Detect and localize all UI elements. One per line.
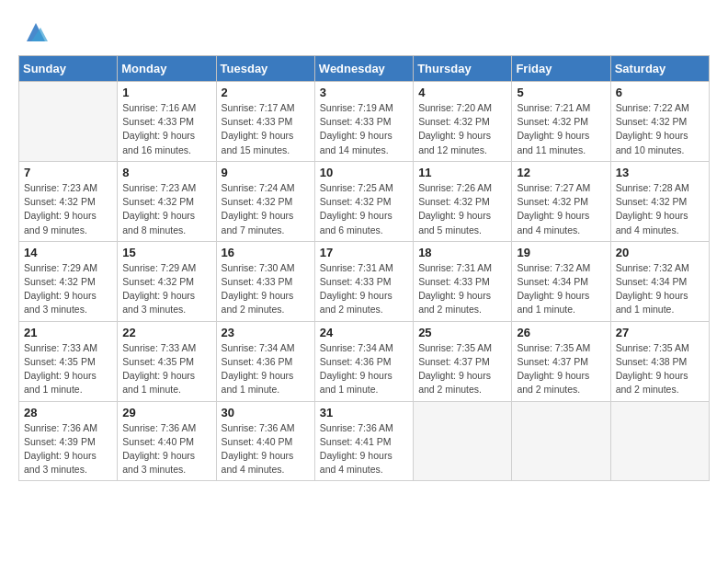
calendar-cell: 11Sunrise: 7:26 AM Sunset: 4:32 PM Dayli…	[414, 161, 512, 241]
day-info: Sunrise: 7:35 AM Sunset: 4:37 PM Dayligh…	[517, 341, 605, 397]
day-info: Sunrise: 7:32 AM Sunset: 4:34 PM Dayligh…	[616, 261, 704, 317]
day-number: 30	[222, 406, 310, 419]
page-header	[18, 18, 710, 46]
day-number: 22	[122, 326, 210, 339]
day-info: Sunrise: 7:27 AM Sunset: 4:32 PM Dayligh…	[517, 181, 605, 237]
calendar-cell: 3Sunrise: 7:19 AM Sunset: 4:33 PM Daylig…	[314, 82, 413, 162]
day-number: 23	[222, 326, 310, 339]
day-info: Sunrise: 7:22 AM Sunset: 4:32 PM Dayligh…	[616, 101, 704, 157]
day-number: 13	[616, 166, 704, 179]
calendar-cell: 24Sunrise: 7:34 AM Sunset: 4:36 PM Dayli…	[314, 321, 413, 401]
header-thursday: Thursday	[414, 56, 512, 82]
calendar-table: SundayMondayTuesdayWednesdayThursdayFrid…	[18, 55, 710, 481]
calendar-cell: 14Sunrise: 7:29 AM Sunset: 4:32 PM Dayli…	[19, 241, 118, 321]
day-number: 5	[517, 86, 605, 99]
day-number: 15	[122, 246, 210, 259]
day-info: Sunrise: 7:31 AM Sunset: 4:33 PM Dayligh…	[418, 261, 506, 317]
day-number: 28	[24, 406, 112, 419]
day-info: Sunrise: 7:36 AM Sunset: 4:41 PM Dayligh…	[320, 421, 408, 477]
day-info: Sunrise: 7:31 AM Sunset: 4:33 PM Dayligh…	[320, 261, 408, 317]
day-info: Sunrise: 7:20 AM Sunset: 4:32 PM Dayligh…	[418, 101, 506, 157]
week-row-5: 28Sunrise: 7:36 AM Sunset: 4:39 PM Dayli…	[19, 401, 710, 481]
day-info: Sunrise: 7:34 AM Sunset: 4:36 PM Dayligh…	[222, 341, 310, 397]
calendar-cell	[610, 401, 709, 481]
day-number: 10	[320, 166, 408, 179]
calendar-cell: 4Sunrise: 7:20 AM Sunset: 4:32 PM Daylig…	[414, 82, 512, 162]
day-info: Sunrise: 7:28 AM Sunset: 4:32 PM Dayligh…	[616, 181, 704, 237]
day-info: Sunrise: 7:23 AM Sunset: 4:32 PM Dayligh…	[24, 181, 112, 237]
calendar-cell: 19Sunrise: 7:32 AM Sunset: 4:34 PM Dayli…	[512, 241, 610, 321]
day-info: Sunrise: 7:24 AM Sunset: 4:32 PM Dayligh…	[222, 181, 310, 237]
day-info: Sunrise: 7:21 AM Sunset: 4:32 PM Dayligh…	[517, 101, 605, 157]
calendar-cell: 10Sunrise: 7:25 AM Sunset: 4:32 PM Dayli…	[314, 161, 413, 241]
header-sunday: Sunday	[19, 56, 118, 82]
calendar-cell: 6Sunrise: 7:22 AM Sunset: 4:32 PM Daylig…	[610, 82, 709, 162]
day-info: Sunrise: 7:19 AM Sunset: 4:33 PM Dayligh…	[320, 101, 408, 157]
calendar-cell	[19, 82, 118, 162]
day-number: 4	[418, 86, 506, 99]
calendar-cell: 29Sunrise: 7:36 AM Sunset: 4:40 PM Dayli…	[118, 401, 216, 481]
calendar-cell: 25Sunrise: 7:35 AM Sunset: 4:37 PM Dayli…	[414, 321, 512, 401]
day-info: Sunrise: 7:29 AM Sunset: 4:32 PM Dayligh…	[122, 261, 210, 317]
day-number: 18	[418, 246, 506, 259]
header-monday: Monday	[118, 56, 216, 82]
day-info: Sunrise: 7:33 AM Sunset: 4:35 PM Dayligh…	[24, 341, 112, 397]
calendar-cell: 22Sunrise: 7:33 AM Sunset: 4:35 PM Dayli…	[118, 321, 216, 401]
calendar-cell: 9Sunrise: 7:24 AM Sunset: 4:32 PM Daylig…	[216, 161, 314, 241]
day-number: 19	[517, 246, 605, 259]
calendar-cell: 31Sunrise: 7:36 AM Sunset: 4:41 PM Dayli…	[314, 401, 413, 481]
calendar-cell: 27Sunrise: 7:35 AM Sunset: 4:38 PM Dayli…	[610, 321, 709, 401]
day-info: Sunrise: 7:32 AM Sunset: 4:34 PM Dayligh…	[517, 261, 605, 317]
day-number: 27	[616, 326, 704, 339]
calendar-cell: 18Sunrise: 7:31 AM Sunset: 4:33 PM Dayli…	[414, 241, 512, 321]
day-number: 21	[24, 326, 112, 339]
day-info: Sunrise: 7:17 AM Sunset: 4:33 PM Dayligh…	[222, 101, 310, 157]
day-info: Sunrise: 7:30 AM Sunset: 4:33 PM Dayligh…	[222, 261, 310, 317]
day-info: Sunrise: 7:34 AM Sunset: 4:36 PM Dayligh…	[320, 341, 408, 397]
day-number: 17	[320, 246, 408, 259]
day-info: Sunrise: 7:26 AM Sunset: 4:32 PM Dayligh…	[418, 181, 506, 237]
header-wednesday: Wednesday	[314, 56, 413, 82]
calendar-cell: 8Sunrise: 7:23 AM Sunset: 4:32 PM Daylig…	[118, 161, 216, 241]
day-info: Sunrise: 7:36 AM Sunset: 4:40 PM Dayligh…	[222, 421, 310, 477]
calendar-cell: 26Sunrise: 7:35 AM Sunset: 4:37 PM Dayli…	[512, 321, 610, 401]
day-number: 2	[222, 86, 310, 99]
calendar-cell: 23Sunrise: 7:34 AM Sunset: 4:36 PM Dayli…	[216, 321, 314, 401]
day-info: Sunrise: 7:23 AM Sunset: 4:32 PM Dayligh…	[122, 181, 210, 237]
day-number: 8	[122, 166, 210, 179]
calendar-cell: 16Sunrise: 7:30 AM Sunset: 4:33 PM Dayli…	[216, 241, 314, 321]
day-number: 24	[320, 326, 408, 339]
day-number: 20	[616, 246, 704, 259]
logo	[18, 18, 50, 46]
day-info: Sunrise: 7:36 AM Sunset: 4:40 PM Dayligh…	[122, 421, 210, 477]
day-number: 25	[418, 326, 506, 339]
week-row-3: 14Sunrise: 7:29 AM Sunset: 4:32 PM Dayli…	[19, 241, 710, 321]
day-number: 14	[24, 246, 112, 259]
day-info: Sunrise: 7:29 AM Sunset: 4:32 PM Dayligh…	[24, 261, 112, 317]
calendar-cell: 2Sunrise: 7:17 AM Sunset: 4:33 PM Daylig…	[216, 82, 314, 162]
calendar-header-row: SundayMondayTuesdayWednesdayThursdayFrid…	[19, 56, 710, 82]
calendar-cell	[512, 401, 610, 481]
day-number: 26	[517, 326, 605, 339]
day-number: 7	[24, 166, 112, 179]
day-number: 6	[616, 86, 704, 99]
day-info: Sunrise: 7:25 AM Sunset: 4:32 PM Dayligh…	[320, 181, 408, 237]
day-number: 1	[122, 86, 210, 99]
calendar-cell: 20Sunrise: 7:32 AM Sunset: 4:34 PM Dayli…	[610, 241, 709, 321]
day-number: 31	[320, 406, 408, 419]
week-row-1: 1Sunrise: 7:16 AM Sunset: 4:33 PM Daylig…	[19, 82, 710, 162]
header-friday: Friday	[512, 56, 610, 82]
header-tuesday: Tuesday	[216, 56, 314, 82]
calendar-cell: 28Sunrise: 7:36 AM Sunset: 4:39 PM Dayli…	[19, 401, 118, 481]
calendar-cell	[414, 401, 512, 481]
calendar-cell: 7Sunrise: 7:23 AM Sunset: 4:32 PM Daylig…	[19, 161, 118, 241]
day-number: 3	[320, 86, 408, 99]
day-number: 12	[517, 166, 605, 179]
calendar-cell: 13Sunrise: 7:28 AM Sunset: 4:32 PM Dayli…	[610, 161, 709, 241]
calendar-cell: 17Sunrise: 7:31 AM Sunset: 4:33 PM Dayli…	[314, 241, 413, 321]
day-info: Sunrise: 7:35 AM Sunset: 4:38 PM Dayligh…	[616, 341, 704, 397]
day-info: Sunrise: 7:16 AM Sunset: 4:33 PM Dayligh…	[122, 101, 210, 157]
day-info: Sunrise: 7:35 AM Sunset: 4:37 PM Dayligh…	[418, 341, 506, 397]
header-saturday: Saturday	[610, 56, 709, 82]
week-row-2: 7Sunrise: 7:23 AM Sunset: 4:32 PM Daylig…	[19, 161, 710, 241]
